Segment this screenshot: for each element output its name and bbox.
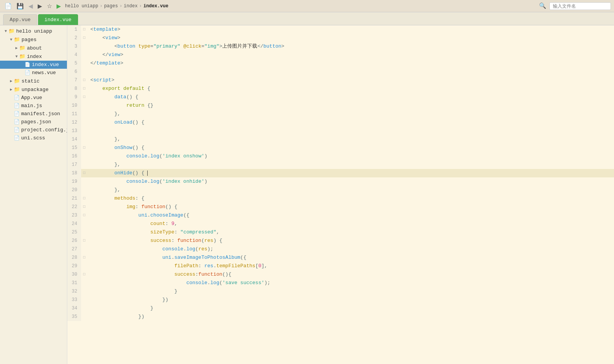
file-icon-main-js: 📄	[14, 103, 20, 109]
tree-label-hello: hello uniapp	[16, 28, 52, 34]
fold-24	[81, 220, 87, 228]
fold-6	[81, 68, 87, 76]
code-line-3: 3 <button type="primary" @click="img">上传…	[67, 42, 614, 51]
file-icon-btn[interactable]: 📄	[3, 2, 13, 10]
code-line-29: 29 filePath: res.tempFilePaths[0],	[67, 262, 614, 270]
code-content-12: onLoad() {	[87, 118, 144, 127]
fold-1[interactable]: □	[81, 25, 87, 34]
save-btn[interactable]: 💾	[15, 2, 25, 10]
code-line-5: 5 </template>	[67, 59, 614, 68]
fold-2[interactable]: □	[81, 34, 87, 42]
tree-label-main-js: main.js	[21, 103, 42, 109]
code-line-4: 4 </view>	[67, 51, 614, 59]
line-number-1: 1	[67, 25, 81, 34]
fold-22[interactable]: □	[81, 203, 87, 211]
tree-hello-uniapp[interactable]: 📁 hello uniapp	[0, 27, 67, 35]
fold-28[interactable]: □	[81, 253, 87, 262]
tree-index-vue[interactable]: 📄 index.vue	[0, 61, 67, 69]
code-content-20: },	[87, 186, 120, 194]
tab-index-vue-label: index.vue	[45, 17, 72, 23]
search-icon[interactable]: 🔍	[537, 2, 548, 10]
code-content-30: success:function(){	[87, 270, 231, 279]
tree-pages[interactable]: 📁 pages	[0, 35, 67, 44]
tree-static[interactable]: 📁 static	[0, 77, 67, 85]
tree-main-js[interactable]: 📄 main.js	[0, 102, 67, 110]
tree-app-vue[interactable]: 📄 App.vue	[0, 94, 67, 102]
line-number-18: 18	[67, 169, 81, 177]
run-btn[interactable]: ▶	[55, 2, 63, 10]
fold-9[interactable]: □	[81, 93, 87, 101]
file-icon-app-vue: 📄	[14, 95, 20, 101]
fold-23[interactable]: □	[81, 211, 87, 220]
fold-16	[81, 152, 87, 160]
file-icon-index-vue: 📄	[25, 62, 30, 68]
back-btn[interactable]: ◀	[27, 2, 35, 10]
tree-about[interactable]: 📁 about	[0, 44, 67, 52]
code-line-26: 26 □ success: function(res) {	[67, 237, 614, 245]
code-content-1: <template>	[87, 25, 120, 34]
line-number-11: 11	[67, 110, 81, 118]
code-editor[interactable]: 1 □ <template> 2 □ <view> 3 <button type…	[67, 25, 614, 364]
tree-manifest-json[interactable]: 📄 manifest.json	[0, 110, 67, 118]
tree-unpackage[interactable]: 📁 unpackage	[0, 85, 67, 94]
line-number-26: 26	[67, 237, 81, 245]
fold-33	[81, 296, 87, 304]
code-line-27: 27 console.log(res);	[67, 245, 614, 253]
tree-arrow-pages	[8, 38, 14, 42]
code-line-15: 15 □ onShow() {	[67, 144, 614, 152]
code-content-34: }	[87, 304, 153, 313]
fold-15[interactable]: □	[81, 144, 87, 152]
code-content-21: methods: {	[87, 194, 144, 203]
tree-label-pages-json: pages.json	[21, 119, 51, 125]
code-line-7: 7 □ <script>	[67, 76, 614, 84]
tree-project-config[interactable]: 📄 project.config.json	[0, 126, 67, 134]
fold-34	[81, 304, 87, 313]
line-number-17: 17	[67, 160, 81, 169]
code-content-13	[87, 127, 90, 135]
breadcrumb-index: index	[124, 3, 138, 9]
code-content-27: console.log(res);	[87, 245, 213, 253]
code-content-10: return {}	[87, 101, 153, 110]
file-search-input[interactable]	[549, 2, 611, 10]
fold-13	[81, 127, 87, 135]
folder-icon-about: 📁	[19, 45, 25, 51]
folder-icon-hello: 📁	[8, 28, 15, 34]
fold-26[interactable]: □	[81, 237, 87, 245]
fold-8[interactable]: □	[81, 84, 87, 93]
code-content-19: console.log('index onhide')	[87, 177, 207, 186]
fold-30[interactable]: □	[81, 270, 87, 279]
file-icon-project-config: 📄	[14, 127, 20, 133]
forward-btn[interactable]: ▶	[36, 2, 44, 10]
nav-buttons: 📄 💾 ◀ ▶ ☆ ▶	[3, 2, 63, 10]
tree-arrow-about	[14, 46, 19, 50]
tree-arrow-index	[14, 55, 19, 59]
tree-label-pages: pages	[22, 37, 37, 43]
fold-18[interactable]: □	[81, 169, 87, 177]
tab-index-vue[interactable]: index.vue	[38, 14, 78, 25]
fold-11	[81, 110, 87, 118]
tree-arrow-hello	[3, 29, 8, 33]
tree-arrow-static	[8, 79, 14, 83]
code-content-26: success: function(res) {	[87, 237, 222, 245]
tree-pages-json[interactable]: 📄 pages.json	[0, 118, 67, 126]
code-line-13: 13	[67, 127, 614, 135]
line-number-3: 3	[67, 42, 81, 51]
fold-27	[81, 245, 87, 253]
code-line-19: 19 console.log('index onhide')	[67, 177, 614, 186]
tree-label-manifest: manifest.json	[21, 111, 60, 117]
line-number-16: 16	[67, 152, 81, 160]
fold-21[interactable]: □	[81, 194, 87, 203]
tab-app-vue[interactable]: App.vue	[3, 14, 37, 25]
code-line-11: 11 },	[67, 110, 614, 118]
tree-news-vue[interactable]: 📄 news.vue	[0, 69, 67, 77]
tree-index[interactable]: 📁 index	[0, 52, 67, 61]
file-tree-sidebar: 📁 hello uniapp 📁 pages 📁 about 📁 index 📄…	[0, 25, 67, 364]
fold-4	[81, 51, 87, 59]
fold-7[interactable]: □	[81, 76, 87, 84]
star-btn[interactable]: ☆	[45, 2, 53, 10]
code-line-33: 33 })	[67, 296, 614, 304]
folder-icon-index: 📁	[19, 53, 25, 60]
tree-label-uni-css: uni.scss	[21, 135, 45, 141]
tree-uni-css[interactable]: 📄 uni.scss	[0, 134, 67, 142]
fold-31	[81, 279, 87, 287]
